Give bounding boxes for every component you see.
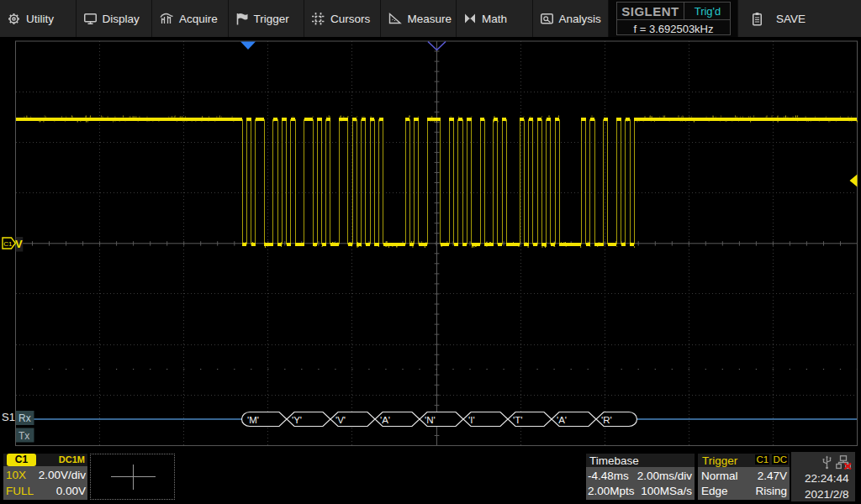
svg-text:S1: S1 — [2, 411, 15, 423]
svg-text:'M': 'M' — [247, 415, 259, 425]
svg-text:'A': 'A' — [380, 415, 390, 425]
svg-text:'V': 'V' — [335, 415, 346, 425]
svg-text:'N': 'N' — [425, 415, 436, 425]
svg-text:Tx: Tx — [18, 430, 29, 442]
svg-text:'I': 'I' — [468, 415, 475, 425]
svg-text:C1: C1 — [3, 240, 13, 248]
svg-text:'T': 'T' — [513, 415, 522, 425]
svg-text:V: V — [15, 238, 23, 250]
svg-text:'A': 'A' — [557, 415, 567, 425]
svg-text:'Y': 'Y' — [292, 415, 302, 425]
svg-text:Rx: Rx — [18, 412, 31, 424]
svg-text:'R': 'R' — [601, 415, 612, 425]
